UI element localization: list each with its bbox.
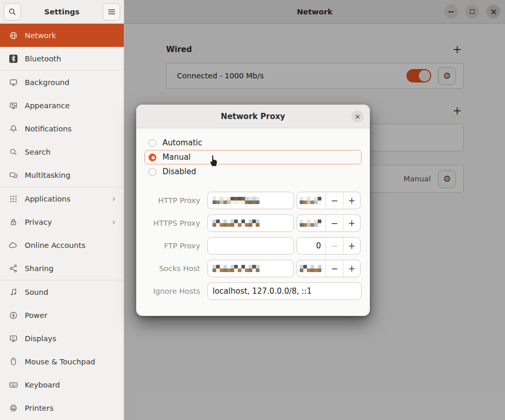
redacted-port [300,220,321,227]
increment-button[interactable]: + [344,238,360,254]
sidebar-item-displays[interactable]: Displays [0,327,124,350]
proxy-option-manual[interactable]: Manual [144,150,362,164]
sidebar-item-label: Network [25,31,56,40]
close-icon: × [354,112,361,121]
decrement-button[interactable]: − [326,260,343,277]
monitor-icon [9,78,18,87]
settings-window: Settings Network Bluetooth [0,0,505,420]
http-proxy-row: HTTP Proxy − + [144,192,362,209]
sidebar-item-label: Appearance [25,102,70,110]
search-icon [9,147,18,156]
sidebar-item-notifications[interactable]: Notifications [0,117,124,140]
cloud-icon [9,241,18,249]
dialog-body: Automatic Manual Disabled HTTP Proxy − [136,128,370,300]
dialog-title: Network Proxy [221,112,285,121]
sidebar-item-printers[interactable]: Printers [0,396,124,419]
radio-checked-icon [149,154,156,161]
ftp-port-value: 0 [297,238,325,254]
ftp-port-spinner: 0 − + [297,237,361,255]
sidebar-item-power[interactable]: Power [0,304,124,327]
display-icon [9,334,18,343]
increment-button[interactable]: + [344,260,360,277]
keyboard-icon [9,380,18,389]
sidebar-item-applications[interactable]: Applications › [0,187,124,210]
sidebar-item-multitasking[interactable]: Multitasking [0,163,124,187]
mouse-icon [9,357,18,366]
redacted-value [213,197,259,204]
sidebar-item-appearance[interactable]: Appearance [0,94,124,117]
sidebar-item-label: Keyboard [25,381,60,389]
sidebar-item-network[interactable]: Network [0,24,124,47]
ignore-hosts-row: Ignore Hosts localhost, 127.0.0.0/8, ::1 [144,282,362,300]
redacted-value [213,265,259,272]
chevron-right-icon: › [112,194,116,204]
http-port-spinner: − + [297,192,361,209]
sidebar-item-privacy[interactable]: Privacy › [0,210,124,233]
sidebar-item-sharing[interactable]: Sharing [0,257,124,280]
https-proxy-row: HTTPS Proxy − + [144,214,362,232]
share-icon [9,264,18,273]
appearance-icon [9,101,18,110]
sidebar-item-label: Printers [25,404,54,412]
bell-icon [9,124,18,133]
sidebar-item-label: Search [25,148,51,156]
bluetooth-icon [9,54,18,63]
sidebar-item-label: Multitasking [25,171,70,179]
sidebar-item-label: Mouse & Touchpad [25,358,95,366]
globe-icon [9,31,18,40]
https-proxy-input[interactable] [207,214,294,232]
sidebar-item-online-accounts[interactable]: Online Accounts [0,233,124,257]
lock-icon [9,217,18,226]
hamburger-menu-icon [108,9,116,15]
sidebar-item-search[interactable]: Search [0,140,124,163]
increment-button[interactable]: + [344,215,360,231]
redacted-value [213,220,259,227]
https-port-spinner: − + [297,214,361,232]
socks-host-row: Socks Host − + [144,260,362,277]
sidebar-item-label: Notifications [25,125,72,133]
sidebar-item-label: Displays [25,334,56,343]
sidebar-item-mouse-touchpad[interactable]: Mouse & Touchpad [0,350,124,373]
dialog-close-button[interactable]: × [351,110,364,123]
sidebar-item-sound[interactable]: Sound [0,280,124,304]
ftp-proxy-row: FTP Proxy 0 − + [144,237,362,255]
sidebar-item-label: Applications [25,195,71,203]
sidebar-item-label: Privacy [25,218,52,226]
power-icon [9,311,18,320]
sidebar-list: Network Bluetooth Background Appeara [0,24,124,420]
proxy-option-automatic[interactable]: Automatic [144,136,362,150]
decrement-button[interactable]: − [326,215,343,231]
sidebar-item-label: Power [25,311,47,320]
redacted-port [300,197,321,204]
printer-icon [9,404,18,412]
primary-menu-button[interactable] [103,3,120,21]
sidebar-item-background[interactable]: Background [0,71,124,94]
sidebar-header: Settings [0,0,124,24]
decrement-button[interactable]: − [326,192,343,209]
proxy-option-disabled[interactable]: Disabled [144,164,362,179]
chevron-right-icon: › [112,217,116,227]
ftp-proxy-input[interactable] [207,237,294,255]
app-title: Settings [21,8,103,16]
dialog-header: Network Proxy × [136,105,370,128]
sidebar-item-label: Bluetooth [25,55,61,63]
sidebar-item-keyboard[interactable]: Keyboard [0,373,124,396]
sidebar-item-label: Online Accounts [25,241,85,249]
decrement-button[interactable]: − [326,238,343,254]
search-icon [8,8,17,16]
increment-button[interactable]: + [344,192,360,209]
socks-host-input[interactable] [207,260,294,277]
radio-unchecked-icon [149,139,156,147]
redacted-port [300,265,321,272]
sidebar-item-label: Sound [25,288,48,296]
proxy-form: HTTP Proxy − + HTTPS Proxy [144,192,362,300]
sidebar-item-bluetooth[interactable]: Bluetooth [0,47,124,70]
sidebar-item-label: Sharing [25,264,54,273]
music-note-icon [9,288,18,296]
http-proxy-input[interactable] [207,192,294,209]
ignore-hosts-input[interactable]: localhost, 127.0.0.0/8, ::1 [207,282,362,300]
radio-unchecked-icon [149,168,156,176]
grid-icon [9,194,18,203]
sidebar-item-label: Background [25,78,70,87]
search-button[interactable] [4,3,21,21]
